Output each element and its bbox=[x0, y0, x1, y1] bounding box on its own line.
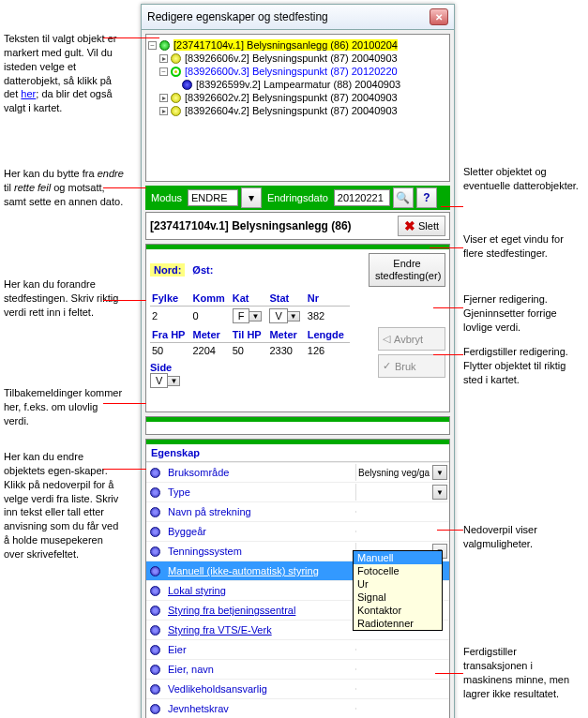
property-value[interactable]: Belysning veg/ga bbox=[358, 468, 432, 478]
col-header: Komm bbox=[190, 292, 230, 307]
col-header: Meter bbox=[190, 329, 230, 343]
annotation-endre-sted: Viser et eget vindu for flere stedfestin… bbox=[463, 232, 583, 261]
tree-item[interactable]: ▸[83926602v.2] Belysningspunkt (87) 2004… bbox=[148, 91, 447, 104]
tree-toggle-icon[interactable]: − bbox=[159, 67, 168, 76]
col-header: Til HP bbox=[231, 329, 268, 343]
annotation-link-her[interactable]: her bbox=[21, 88, 36, 99]
chevron-down-icon[interactable]: ▼ bbox=[432, 485, 447, 500]
property-name: Eier, navn bbox=[168, 664, 214, 675]
dialog-window: Redigere egenskaper og stedfesting ✕ −[2… bbox=[141, 4, 455, 718]
modus-dropdown-icon[interactable]: ▾ bbox=[241, 187, 262, 208]
undo-icon: ◁ bbox=[383, 333, 390, 345]
property-row[interactable]: Jevnhetskrav bbox=[146, 698, 449, 718]
tree-item-label: [83926604v.2] Belysningspunkt (87) 20040… bbox=[185, 105, 398, 116]
tree-item[interactable]: ▸[83926604v.2] Belysningspunkt (87) 2004… bbox=[148, 104, 447, 117]
tree-node-icon bbox=[171, 67, 181, 77]
col-header: Fra HP bbox=[150, 329, 190, 343]
tree-item[interactable]: −[83926600v.3] Belysningspunkt (87) 2012… bbox=[148, 65, 447, 78]
col-header: Kat bbox=[231, 292, 268, 307]
chevron-down-icon: ▼ bbox=[288, 311, 300, 322]
bullet-icon bbox=[150, 606, 160, 616]
property-row[interactable]: Eier, navn bbox=[146, 659, 449, 679]
stedfesting-table: FylkeKommKatStatNr 20F▼V▼382 Fra HPMeter… bbox=[150, 292, 350, 358]
bullet-icon bbox=[150, 704, 160, 714]
cell[interactable]: 50 bbox=[231, 343, 268, 359]
close-icon[interactable]: ✕ bbox=[430, 8, 448, 25]
property-row[interactable]: Byggeår bbox=[146, 521, 449, 541]
cell[interactable]: 382 bbox=[306, 307, 350, 326]
dropdown-option[interactable]: Signal bbox=[354, 591, 442, 604]
tree-item-label: [83926599v.2] Lampearmatur (88) 20040903 bbox=[196, 79, 400, 90]
mode-bar: Modus ▾ Endringsdato 🔍 ? bbox=[145, 186, 450, 210]
property-row[interactable]: Type▼ bbox=[146, 482, 449, 501]
annotation-dropdown: Nedoverpil viser valgmuligheter. bbox=[463, 523, 583, 551]
modus-label: Modus bbox=[148, 190, 185, 205]
cell[interactable]: 2 bbox=[150, 307, 190, 326]
tree-toggle-icon[interactable]: − bbox=[148, 41, 157, 50]
property-row[interactable]: Eier bbox=[146, 639, 449, 659]
property-row[interactable]: BruksområdeBelysning veg/ga▼ bbox=[146, 462, 449, 482]
property-name: Byggeår bbox=[168, 526, 206, 537]
tree-item[interactable]: −[237417104v.1] Belysningsanlegg (86) 20… bbox=[148, 38, 447, 52]
slett-button[interactable]: ✖ Slett bbox=[398, 216, 445, 236]
tree-node-icon bbox=[182, 80, 192, 90]
tree-node-icon bbox=[171, 106, 181, 116]
bullet-icon bbox=[150, 665, 160, 675]
object-tree[interactable]: −[237417104v.1] Belysningsanlegg (86) 20… bbox=[145, 34, 450, 182]
cell[interactable]: V▼ bbox=[267, 307, 305, 326]
property-name: Styring fra VTS/E-Verk bbox=[168, 624, 272, 636]
tree-node-icon bbox=[171, 93, 181, 103]
modus-field[interactable] bbox=[188, 189, 238, 206]
chevron-down-icon: ▼ bbox=[168, 376, 180, 386]
tenningssystem-dropdown-list[interactable]: ManuellFotocelleUrSignalKontaktorRadiote… bbox=[353, 550, 443, 631]
bullet-icon bbox=[150, 625, 160, 636]
cell[interactable]: 50 bbox=[150, 343, 190, 359]
properties-panel: Egenskap BruksområdeBelysning veg/ga▼Typ… bbox=[145, 439, 450, 718]
cell[interactable]: 0 bbox=[190, 307, 230, 326]
col-header: Fylke bbox=[150, 292, 190, 307]
property-name: Tenningssystem bbox=[168, 546, 242, 557]
tree-toggle-icon[interactable]: ▸ bbox=[159, 94, 168, 102]
dropdown-option[interactable]: Manuell bbox=[354, 551, 442, 564]
annotation-properties: Her kan du endre objektets egen-skaper. … bbox=[4, 450, 126, 561]
cell[interactable]: 2330 bbox=[267, 343, 305, 359]
tree-item-label: [83926600v.3] Belysningspunkt (87) 20120… bbox=[185, 66, 398, 77]
bullet-icon bbox=[150, 645, 160, 655]
titlebar: Redigere egenskaper og stedfesting ✕ bbox=[142, 5, 454, 30]
dropdown-option[interactable]: Ur bbox=[354, 577, 442, 591]
annotation-ok: Ferdigstiller transaksjonen i maskinens … bbox=[463, 645, 583, 700]
bullet-icon bbox=[150, 684, 160, 695]
cell[interactable]: F▼ bbox=[231, 307, 268, 326]
dropdown-option[interactable]: Radiotenner bbox=[354, 617, 442, 630]
tree-toggle-icon[interactable]: ▸ bbox=[159, 54, 168, 63]
bullet-icon bbox=[150, 586, 160, 596]
tree-item[interactable]: ▸[83926606v.2] Belysningspunkt (87) 2004… bbox=[148, 52, 447, 65]
dropdown-option[interactable]: Kontaktor bbox=[354, 604, 442, 617]
bruk-button[interactable]: ✓ Bruk bbox=[378, 354, 445, 378]
property-name: Vedlikeholdsansvarlig bbox=[168, 683, 267, 695]
tree-node-icon bbox=[159, 40, 170, 51]
endringsdato-field[interactable] bbox=[334, 189, 390, 206]
col-header: Stat bbox=[267, 292, 305, 307]
dropdown-option[interactable]: Fotocelle bbox=[354, 564, 442, 577]
property-row[interactable]: Vedlikeholdsansvarlig bbox=[146, 679, 449, 698]
property-row[interactable]: Navn på strekning bbox=[146, 501, 449, 521]
annotation-bruk: Ferdigstiller redigering. Flytter objekt… bbox=[463, 345, 583, 387]
tree-item-label: [83926602v.2] Belysningspunkt (87) 20040… bbox=[185, 92, 398, 103]
help-icon[interactable]: ? bbox=[416, 187, 437, 208]
side-dropdown[interactable]: V ▼ bbox=[150, 373, 180, 388]
cell[interactable]: 126 bbox=[306, 343, 350, 359]
object-title: [237417104v.1] Belysningsanlegg (86) bbox=[150, 219, 352, 232]
tree-node-icon bbox=[171, 53, 181, 64]
tree-item[interactable]: [83926599v.2] Lampearmatur (88) 20040903 bbox=[148, 78, 447, 91]
tree-toggle-icon[interactable]: ▸ bbox=[159, 107, 168, 115]
chevron-down-icon[interactable]: ▼ bbox=[432, 465, 447, 480]
nord-label: Nord: bbox=[150, 263, 185, 277]
avbryt-button[interactable]: ◁ Avbryt bbox=[378, 327, 445, 351]
endre-stedfesting-button[interactable]: Endre stedfesting(er) bbox=[369, 253, 445, 287]
search-icon[interactable]: 🔍 bbox=[393, 187, 414, 208]
cell[interactable]: 2204 bbox=[190, 343, 230, 359]
object-header: [237417104v.1] Belysningsanlegg (86) ✖ S… bbox=[145, 212, 450, 240]
property-name: Lokal styring bbox=[168, 585, 226, 596]
annotation-messages: Tilbakemeldinger kommer her, f.eks. om u… bbox=[4, 386, 126, 428]
